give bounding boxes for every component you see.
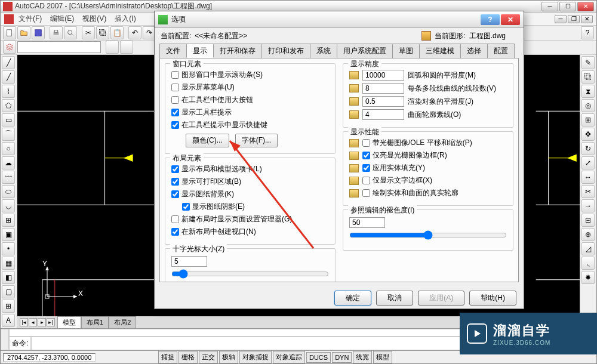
gradient-tool[interactable]: ◧ [2,271,15,284]
pline-tool[interactable]: ⌇ [2,85,15,98]
block-tool[interactable]: ▣ [2,228,15,241]
sb-ortho[interactable]: 正交 [199,351,218,363]
scale-tool[interactable]: ⤢ [581,156,595,169]
break-tool[interactable]: ⊟ [581,214,595,227]
tab-userpref[interactable]: 用户系统配置 [337,44,393,58]
dialog-help-btn[interactable]: 帮助(H) [469,291,516,306]
doc-restore[interactable]: ❐ [568,15,580,23]
insert-tool[interactable]: ⊞ [2,214,15,227]
linetype-button[interactable] [120,41,133,54]
tab-next[interactable]: ▸ [38,318,46,326]
tab-layout2[interactable]: 布局2 [109,316,136,328]
sb-osnap[interactable]: 对象捕捉 [239,351,272,363]
hatch-tool[interactable]: ▦ [2,257,15,270]
print-button[interactable] [50,26,63,39]
doc-minimize[interactable]: ─ [555,15,567,23]
chk-raster-pan[interactable] [362,139,370,147]
save-button[interactable] [32,26,45,39]
arc-smooth-input[interactable] [362,70,404,81]
xline-tool[interactable]: ╱ [2,70,15,84]
fonts-button[interactable]: 字体(F)... [235,134,278,147]
tab-selection[interactable]: 选择 [460,44,488,58]
sb-dyn[interactable]: DYN [332,352,352,363]
paste-button[interactable]: 📋 [110,26,124,39]
sb-snap[interactable]: 捕捉 [158,351,177,363]
crosshair-slider[interactable] [171,269,329,279]
apply-button[interactable]: 应用(A) [418,291,464,306]
line-tool[interactable]: ╱ [2,56,15,69]
tab-opensave[interactable]: 打开和保存 [213,44,262,58]
tab-last[interactable]: ▸| [47,318,55,326]
dialog-help-button[interactable]: ? [481,14,500,25]
ok-button[interactable]: 确定 [334,291,371,306]
trim-tool[interactable]: ✂ [581,185,595,198]
ellipsearc-tool[interactable]: ◡ [2,199,15,212]
sb-model[interactable]: 模型 [373,351,392,363]
chk-layouttabs[interactable] [171,165,179,173]
chk-text-frame[interactable] [362,177,370,184]
chk-tooltips[interactable] [171,109,179,116]
new-button[interactable] [3,26,16,39]
mtext-tool[interactable]: A [2,314,15,327]
offset-tool[interactable]: ◎ [581,99,595,112]
tab-display[interactable]: 显示 [186,44,214,58]
polygon-tool[interactable]: ⬠ [2,99,15,112]
tab-model[interactable]: 模型 [57,316,81,328]
cut-button[interactable]: ✂ [82,26,95,39]
copy-button[interactable]: ⿻ [96,26,109,39]
ellipse-tool[interactable]: ⬭ [2,185,15,198]
move-tool[interactable]: ✥ [581,128,595,141]
dialog-close-button[interactable]: ✕ [501,14,520,25]
table-tool[interactable]: ⊞ [2,300,15,313]
region-tool[interactable]: ▢ [2,285,15,298]
chk-pagesetup[interactable] [171,215,179,223]
sb-grid[interactable]: 栅格 [179,351,198,363]
tab-drafting[interactable]: 草图 [392,44,420,58]
chk-scrollbars[interactable] [171,71,179,79]
chk-printarea[interactable] [171,178,179,186]
chk-raster-frame[interactable] [362,152,370,159]
rectangle-tool[interactable]: ▭ [2,113,15,127]
extend-tool[interactable]: → [581,199,595,212]
chk-screenmenu[interactable] [171,84,179,91]
chk-papershadow[interactable] [182,203,190,211]
chk-paperbg[interactable] [171,190,179,198]
revcloud-tool[interactable]: ☁ [2,156,15,169]
copy-tool[interactable]: ⿻ [581,70,595,84]
menu-view[interactable]: 视图(V) [79,13,110,25]
fillet-tool[interactable]: ◟ [581,257,595,270]
fade-value[interactable]: 50 [349,217,385,228]
tab-3dmodel[interactable]: 三维建模 [419,44,461,58]
chk-shortcuts[interactable] [171,121,179,129]
help-button[interactable]: ? [581,26,594,39]
arc-tool[interactable]: ⌒ [2,128,15,141]
menu-file[interactable]: 文件(F) [15,13,45,25]
dialog-titlebar[interactable]: 选项 ? ✕ [155,11,524,28]
open-button[interactable] [17,26,30,39]
preview-button[interactable] [64,26,77,39]
array-tool[interactable]: ⊞ [581,113,595,127]
menu-insert[interactable]: 插入(I) [111,13,139,25]
doc-close[interactable]: ✕ [581,15,593,23]
mirror-tool[interactable]: ⧗ [581,85,595,98]
chk-viewport[interactable] [171,228,179,236]
menu-edit[interactable]: 编辑(E) [47,13,78,25]
tab-system[interactable]: 系统 [310,44,337,58]
cmd-grip[interactable] [1,329,9,350]
undo-button[interactable]: ↶ [128,26,141,39]
minimize-button[interactable]: ─ [541,2,558,11]
sb-ducs[interactable]: DUCS [306,352,331,363]
explode-tool[interactable]: ✸ [581,271,595,284]
tab-file[interactable]: 文件 [159,44,187,58]
sb-polar[interactable]: 极轴 [219,351,238,363]
fade-slider[interactable] [349,230,507,240]
erase-tool[interactable]: ✎ [581,56,595,69]
circle-tool[interactable]: ○ [2,142,15,155]
join-tool[interactable]: ⊕ [581,228,595,241]
tab-layout1[interactable]: 布局1 [81,316,109,328]
rotate-tool[interactable]: ↻ [581,142,595,155]
chk-largebuttons[interactable] [171,96,179,104]
close-button[interactable]: ✕ [577,2,594,11]
layer-dropdown[interactable] [17,41,101,53]
colors-button[interactable]: 颜色(C)... [186,134,229,147]
